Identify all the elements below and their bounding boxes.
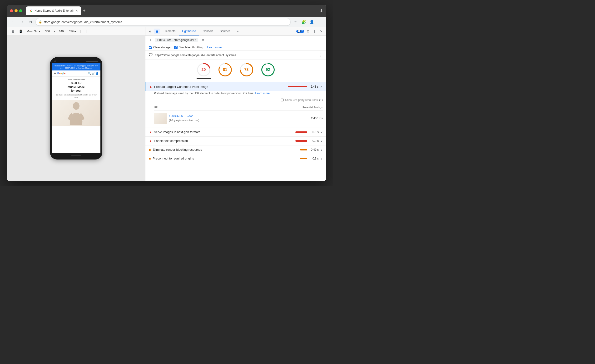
phone-frame: There's still time. Get free two-day shi… <box>50 57 102 159</box>
audit-preconnect-time: 0.3 s <box>309 157 319 160</box>
audit-chevron-up-icon: ∧ <box>320 85 322 88</box>
audit-table-header: URL Potential Savings <box>154 105 323 111</box>
bookmark-button[interactable]: ☆ <box>292 19 299 25</box>
report-url-icon: 🛡 <box>149 53 153 58</box>
url-selector[interactable]: 1:01:49 AM - store.google.cor ▾ <box>155 38 198 42</box>
audit-preload-lcp: ▲ Preload Largest Contentful Paint image… <box>145 82 326 128</box>
score-circle-92: 92 <box>261 63 275 77</box>
reload-button[interactable]: ↻ <box>27 19 34 25</box>
audit-warning-icon-5: ■ <box>149 157 151 160</box>
phone-top-bar <box>52 60 100 62</box>
width-input[interactable] <box>43 30 52 33</box>
device-chevron: ▾ <box>39 30 40 33</box>
tab-lighthouse[interactable]: Lighthouse <box>179 27 199 36</box>
tab-elements[interactable]: Elements <box>161 27 178 36</box>
inspector-icon[interactable]: ▣ <box>154 29 160 34</box>
url-bar[interactable]: 🔒 store.google.com/category/audio_entert… <box>36 18 290 25</box>
tab-close-icon[interactable]: ✕ <box>76 9 78 12</box>
address-bar-right: ☆ 🧩 👤 ⋮ <box>292 19 323 25</box>
clear-storage-option[interactable]: Clear storage <box>149 46 170 49</box>
maximize-button[interactable] <box>19 9 22 12</box>
tab-favicon <box>29 9 33 13</box>
hero-sub: Get started with audio packages that fit… <box>54 94 99 98</box>
audit-bar-container-4: 0.49 s <box>300 148 319 151</box>
audit-learn-more-link[interactable]: Learn more <box>255 92 269 95</box>
active-tab[interactable]: Home Stereo & Audio Entertain ✕ <box>26 7 81 15</box>
url-menu-icon[interactable]: ⋮ <box>319 53 323 57</box>
audit-text-compression: ▲ Enable text compression 0.9 s ∨ <box>145 137 326 145</box>
traffic-lights <box>10 9 22 12</box>
audit-text-compression-header[interactable]: ▲ Enable text compression 0.9 s ∨ <box>145 137 326 145</box>
hero-headline-line2: music. Made <box>68 86 85 89</box>
audit-text-compression-time: 0.9 s <box>309 139 319 143</box>
device-select[interactable]: Moto G4 ▾ <box>25 29 41 34</box>
clear-storage-checkbox[interactable] <box>149 46 152 49</box>
extension-button[interactable]: 🧩 <box>300 19 307 25</box>
minimize-button[interactable] <box>14 9 18 12</box>
audit-preconnect: ■ Preconnect to required origins 0.3 s ∨ <box>145 154 326 163</box>
svg-point-1 <box>73 102 79 110</box>
issues-badge[interactable]: 💬 2 <box>296 30 304 33</box>
zoom-select[interactable]: 65% ▾ <box>67 29 78 34</box>
url-timestamp: 1:01:49 AM - store.google.cor <box>157 38 194 42</box>
audit-preconnect-header[interactable]: ■ Preconnect to required origins 0.3 s ∨ <box>145 154 326 163</box>
new-tab-button[interactable]: + <box>81 8 88 13</box>
audit-next-gen-time: 0.9 s <box>309 130 319 134</box>
store-nav: ☰ Google 🔍 🛒 👤 <box>52 71 100 77</box>
product-image <box>52 100 100 126</box>
audit-bar-container-3: 0.9 s <box>295 139 319 143</box>
settings-button[interactable]: ⚙ <box>305 29 311 34</box>
savings-column-header: Potential Savings <box>303 106 323 109</box>
third-party-count: (1) <box>319 98 323 102</box>
throttling-checkbox[interactable] <box>174 46 177 49</box>
audit-bar-orange-2 <box>300 158 307 159</box>
store-banner: There's still time. Get free two-day shi… <box>52 63 100 71</box>
audit-text-compression-title: Enable text compression <box>154 139 293 143</box>
score-circle-81: 81 <box>218 63 232 77</box>
audit-next-gen-header[interactable]: ▲ Serve images in next-gen formats 0.9 s… <box>145 128 326 136</box>
tab-sources[interactable]: Sources <box>217 27 233 36</box>
tab-more[interactable]: » <box>234 27 241 36</box>
learn-more-link[interactable]: Learn more <box>207 46 222 49</box>
score-accessibility: 81 <box>218 63 232 79</box>
devtools-panel: ⊹ ▣ Elements Lighthouse Console Sources … <box>145 27 326 181</box>
hero-headline-line3: for you. <box>71 89 81 92</box>
tab-title: Home Stereo & Audio Entertain <box>35 9 74 12</box>
responsive-mode-icon[interactable]: 📱 <box>18 29 23 34</box>
back-button[interactable]: ← <box>10 19 17 25</box>
close-button[interactable] <box>10 9 13 12</box>
more-options-icon[interactable]: ⋮ <box>83 29 89 34</box>
phone-speaker <box>86 61 98 62</box>
url-chevron-icon: ▾ <box>195 39 196 41</box>
add-audit-button[interactable]: + <box>148 37 153 43</box>
profile-icon[interactable]: ⬇ <box>320 8 323 13</box>
close-devtools-button[interactable]: ✕ <box>319 29 324 34</box>
audit-chevron-down-2-icon: ∨ <box>321 130 323 134</box>
tab-console[interactable]: Console <box>200 27 216 36</box>
menu-button[interactable]: ⋮ <box>317 19 323 25</box>
cursor-icon[interactable]: ⊹ <box>147 29 153 34</box>
forward-button[interactable]: → <box>19 19 25 25</box>
clear-button[interactable]: ⊗ <box>200 37 206 43</box>
third-party-checkbox[interactable] <box>281 99 284 101</box>
toolbar-separator: | <box>80 30 81 33</box>
account-icon: 👤 <box>96 72 99 75</box>
devtools-menu-button[interactable]: ⋮ <box>312 29 318 34</box>
audit-description-text: Preload the image used by the LCP elemen… <box>154 92 254 95</box>
audit-render-blocking-header[interactable]: ■ Eliminate render-blocking resources 0.… <box>145 145 326 154</box>
lighthouse-options: Clear storage Simulated throttling Learn… <box>145 44 326 51</box>
audit-url-path: /rbNNiE4oM...=w680 <box>169 114 306 119</box>
audit-preload-lcp-header[interactable]: ▲ Preload Largest Contentful Paint image… <box>145 82 326 91</box>
device-inspector-icon[interactable]: ⊞ <box>10 29 16 34</box>
badge-icon: 💬 <box>298 30 301 33</box>
profile-button[interactable]: 👤 <box>308 19 315 25</box>
google-logo: Google <box>57 72 65 75</box>
audit-bar-red <box>288 86 307 87</box>
score-value-73: 73 <box>244 68 249 72</box>
audit-preload-lcp-body: Preload the image used by the LCP elemen… <box>145 91 326 128</box>
svg-point-0 <box>29 9 33 12</box>
report-url-text: https://store.google.com/category/audio_… <box>155 54 317 57</box>
device-toolbar: ⊞ 📱 Moto G4 ▾ × 65% ▾ | ⋮ <box>7 27 145 36</box>
height-input[interactable] <box>57 30 65 33</box>
throttling-option[interactable]: Simulated throttling <box>174 46 203 49</box>
